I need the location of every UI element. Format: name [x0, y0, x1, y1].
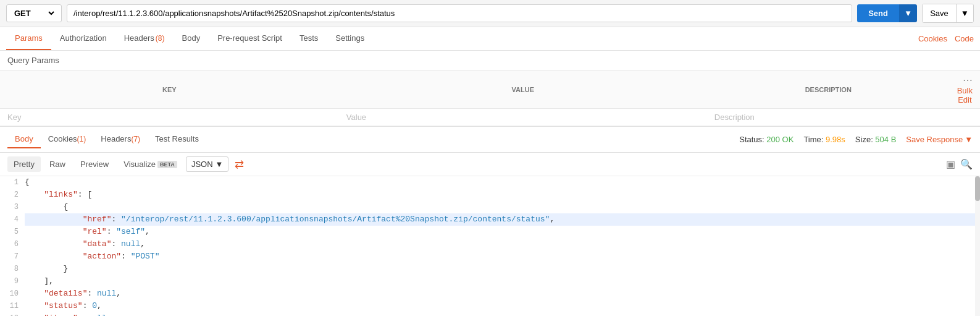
- time-label: Time: 9.98s: [803, 135, 845, 144]
- format-icons: ▣ 🔍: [946, 158, 973, 170]
- status-value: 200 OK: [766, 135, 794, 144]
- resp-tab-test-results[interactable]: Test Results: [148, 130, 206, 148]
- right-links: Cookies Code: [918, 34, 974, 43]
- scrollbar-thumb[interactable]: [975, 176, 980, 201]
- method-dropdown[interactable]: GET POST PUT DELETE: [12, 8, 56, 19]
- save-response-button[interactable]: Save Response ▼: [906, 135, 973, 144]
- size-value: 504 B: [875, 135, 896, 144]
- col-header-desc: DESCRIPTION: [707, 70, 950, 109]
- code-lines: 12345678910111213 { "links": [ { "href":…: [0, 176, 980, 316]
- status-label: Status: 200 OK: [739, 135, 794, 144]
- code-area: 12345678910111213 { "links": [ { "href":…: [0, 176, 980, 316]
- tab-prerequest[interactable]: Pre-request Script: [209, 27, 291, 50]
- bulk-edit-button[interactable]: Bulk Edit: [957, 86, 973, 105]
- time-value: 9.98s: [826, 135, 845, 144]
- response-bar: Body Cookies(1) Headers(7) Test Results …: [0, 126, 980, 153]
- code-content: { "links": [ { "href": "/interop/rest/11…: [25, 176, 980, 316]
- response-tabs: Body Cookies(1) Headers(7) Test Results: [7, 130, 206, 148]
- vertical-scrollbar[interactable]: [975, 176, 980, 316]
- method-selector[interactable]: GET POST PUT DELETE: [6, 4, 62, 22]
- fmt-tab-visualize[interactable]: Visualize BETA: [117, 156, 183, 172]
- resp-tab-headers[interactable]: Headers(7): [93, 130, 148, 148]
- url-input[interactable]: [67, 4, 852, 22]
- beta-badge: BETA: [157, 161, 177, 168]
- save-dropdown-button[interactable]: ▼: [956, 4, 973, 22]
- size-label: Size: 504 B: [855, 135, 897, 144]
- tab-params[interactable]: Params: [6, 27, 51, 50]
- response-meta: Status: 200 OK Time: 9.98s Size: 504 B S…: [739, 135, 973, 144]
- table-row: Key Value Description: [0, 109, 980, 126]
- resp-tab-cookies[interactable]: Cookies(1): [41, 130, 94, 148]
- format-bar: Pretty Raw Preview Visualize BETA JSON ▼…: [0, 153, 980, 176]
- tab-settings[interactable]: Settings: [327, 27, 373, 50]
- tab-tests[interactable]: Tests: [291, 27, 327, 50]
- resp-tab-body[interactable]: Body: [7, 130, 41, 148]
- cookies-link[interactable]: Cookies: [918, 34, 947, 43]
- col-header-actions: ⋯ Bulk Edit: [950, 70, 980, 109]
- send-btn-group: Send ▼: [857, 4, 917, 22]
- line-numbers: 12345678910111213: [0, 176, 25, 316]
- fmt-tab-pretty[interactable]: Pretty: [7, 156, 41, 172]
- tab-authorization[interactable]: Authorization: [51, 27, 115, 50]
- key-cell[interactable]: Key: [0, 109, 339, 126]
- desc-cell[interactable]: Description: [707, 109, 950, 126]
- code-link[interactable]: Code: [955, 34, 974, 43]
- more-options-button[interactable]: ⋯: [963, 74, 973, 86]
- send-dropdown-button[interactable]: ▼: [899, 4, 917, 22]
- col-header-key: KEY: [0, 70, 339, 109]
- col-header-value: VALUE: [339, 70, 707, 109]
- save-btn-group: Save ▼: [922, 4, 974, 23]
- wrap-button[interactable]: ⇄: [235, 158, 244, 171]
- json-format-dropdown[interactable]: JSON ▼: [186, 156, 229, 172]
- top-bar: GET POST PUT DELETE Send ▼ Save ▼: [0, 0, 980, 27]
- query-params-label: Query Params: [0, 51, 980, 70]
- save-button[interactable]: Save: [923, 4, 956, 22]
- request-tabs: Params Authorization Headers(8) Body Pre…: [0, 27, 980, 51]
- fmt-tab-raw[interactable]: Raw: [43, 156, 72, 172]
- tab-headers[interactable]: Headers(8): [115, 27, 174, 50]
- tab-body[interactable]: Body: [174, 27, 209, 50]
- fmt-tab-preview[interactable]: Preview: [74, 156, 115, 172]
- actions-cell: [950, 109, 980, 126]
- value-cell[interactable]: Value: [339, 109, 707, 126]
- params-table: KEY VALUE DESCRIPTION ⋯ Bulk Edit Key Va…: [0, 70, 980, 126]
- search-icon[interactable]: 🔍: [960, 158, 973, 170]
- copy-icon[interactable]: ▣: [946, 158, 955, 170]
- query-params-section: Query Params KEY VALUE DESCRIPTION ⋯ Bul…: [0, 51, 980, 126]
- send-button[interactable]: Send: [857, 4, 899, 22]
